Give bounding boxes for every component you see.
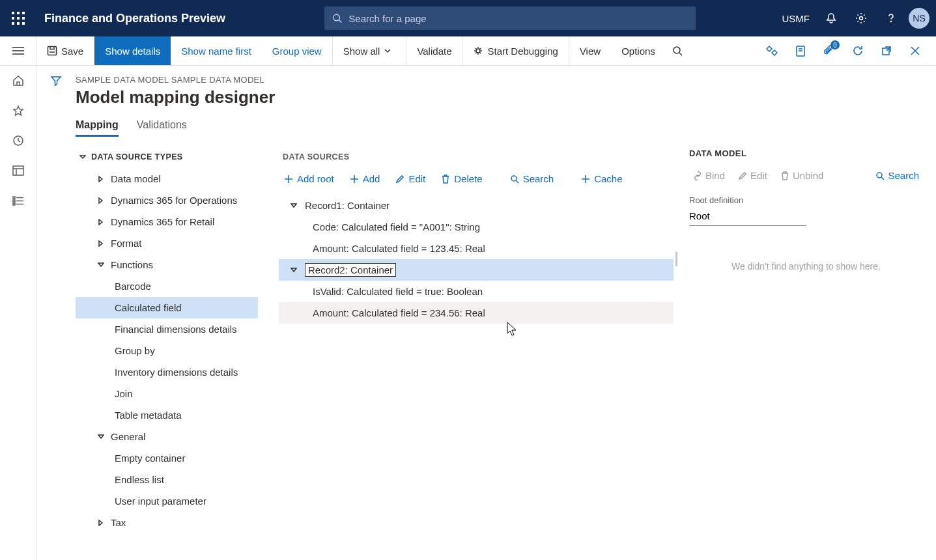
tree-item-fin-dim[interactable]: Financial dimensions details: [76, 318, 258, 340]
tree-item-empty-container[interactable]: Empty container: [76, 447, 258, 469]
show-name-first-button[interactable]: Show name first: [171, 36, 262, 65]
search-icon: [875, 171, 885, 180]
tab-mapping[interactable]: Mapping: [76, 119, 119, 137]
close-button[interactable]: [902, 36, 928, 65]
caret-right-icon: [98, 219, 104, 225]
filter-button[interactable]: [50, 75, 62, 560]
edit-button[interactable]: Edit: [390, 169, 431, 188]
tree-item-calculated-field[interactable]: Calculated field: [76, 297, 258, 318]
help-button[interactable]: [876, 0, 906, 36]
view-menu[interactable]: View: [569, 36, 611, 65]
tree-item-endless-list[interactable]: Endless list: [76, 469, 258, 490]
nav-favorites[interactable]: [0, 96, 36, 126]
caret-down-icon: [98, 434, 104, 440]
plus-icon: [581, 175, 590, 184]
show-details-button[interactable]: Show details: [94, 36, 171, 65]
global-search[interactable]: [324, 7, 696, 30]
ds-record1[interactable]: Record1: Container: [279, 195, 674, 216]
data-model-toolbar: Bind Edit Unbind Search: [689, 167, 923, 184]
open-in-new-button[interactable]: [787, 36, 814, 65]
refresh-button[interactable]: [845, 36, 871, 65]
tree-item-group-by[interactable]: Group by: [76, 340, 258, 361]
search-icon: [332, 13, 342, 23]
close-icon: [911, 46, 920, 55]
tree-item-user-input[interactable]: User input parameter: [76, 490, 258, 512]
caret-right-icon: [98, 520, 104, 526]
start-debugging-button[interactable]: Start Debugging: [462, 36, 569, 65]
show-all-dropdown[interactable]: Show all: [333, 36, 407, 65]
hamburger-icon: [12, 46, 24, 55]
ds-record1-amount[interactable]: Amount: Calculated field = 123.45: Real: [279, 238, 674, 259]
plus-icon: [284, 175, 293, 184]
tree-item-format[interactable]: Format: [76, 232, 258, 254]
home-icon: [12, 75, 24, 87]
ds-record2-amount[interactable]: Amount: Calculated field = 234.56: Real: [279, 302, 674, 324]
panel-data-sources: DATA SOURCES Add root Add Edit Delete Se…: [258, 148, 679, 560]
root-definition-input[interactable]: [689, 206, 806, 226]
tree-item-functions[interactable]: Functions: [76, 254, 258, 275]
topbar: Finance and Operations Preview USMF NS: [0, 0, 936, 36]
star-icon: [12, 105, 24, 117]
settings-button[interactable]: [846, 0, 876, 36]
options-menu[interactable]: Options: [611, 36, 666, 65]
dm-search-button[interactable]: Search: [872, 167, 923, 184]
attachments-button[interactable]: 0: [816, 36, 842, 65]
tree-item-tax[interactable]: Tax: [76, 512, 258, 533]
tree-item-table-meta[interactable]: Table metadata: [76, 404, 258, 426]
help-icon: [885, 12, 897, 24]
svg-line-30: [516, 180, 518, 183]
svg-point-33: [877, 173, 882, 178]
tree-item-barcode[interactable]: Barcode: [76, 275, 258, 297]
add-root-button[interactable]: Add root: [279, 169, 339, 188]
svg-rect-21: [13, 203, 15, 205]
tree-item-join[interactable]: Join: [76, 383, 258, 404]
validate-button[interactable]: Validate: [406, 36, 462, 65]
tree-item-inv-dim[interactable]: Inventory dimensions details: [76, 361, 258, 383]
tree-item-d365-ops[interactable]: Dynamics 365 for Operations: [76, 189, 258, 211]
svg-rect-7: [48, 47, 57, 55]
splitter-handle[interactable]: [674, 195, 679, 324]
search-ds-button[interactable]: Search: [505, 169, 560, 188]
page-title: Model mapping designer: [76, 87, 936, 107]
company-selector[interactable]: USMF: [776, 0, 817, 36]
nav-menu-button[interactable]: [0, 36, 36, 65]
ds-record1-code[interactable]: Code: Calculated field = "A001": String: [279, 216, 674, 238]
svg-line-34: [881, 177, 884, 180]
action-bar: Save Show details Show name first Group …: [36, 36, 936, 65]
chevron-down-icon: [384, 47, 391, 55]
tree-item-data-model[interactable]: Data model: [76, 168, 258, 189]
svg-point-0: [333, 14, 340, 21]
cache-button[interactable]: Cache: [576, 169, 627, 188]
add-button[interactable]: Add: [345, 169, 386, 188]
ds-record2-isvalid[interactable]: IsValid: Calculated field = true: Boolea…: [279, 281, 674, 302]
tree-item-general[interactable]: General: [76, 426, 258, 447]
tab-validations[interactable]: Validations: [137, 119, 187, 137]
data-model-header: DATA MODEL: [689, 148, 923, 158]
global-search-input[interactable]: [348, 13, 688, 24]
dm-edit-button: Edit: [734, 167, 771, 184]
filter-icon: [50, 75, 62, 87]
debug-icon: [473, 46, 483, 56]
bind-button: Bind: [689, 167, 729, 184]
delete-button[interactable]: Delete: [436, 169, 487, 188]
notifications-button[interactable]: [816, 0, 846, 36]
group-view-button[interactable]: Group view: [262, 36, 333, 65]
nav-home[interactable]: [0, 66, 36, 96]
app-title: Finance and Operations Preview: [36, 12, 233, 25]
find-button[interactable]: [666, 36, 693, 65]
save-button[interactable]: Save: [36, 36, 94, 65]
nav-modules[interactable]: [0, 186, 36, 216]
related-info-button[interactable]: [759, 36, 785, 65]
ds-record2[interactable]: Record2: Container: [279, 259, 674, 281]
data-source-types-header[interactable]: DATA SOURCE TYPES: [76, 148, 258, 168]
tree-item-d365-retail[interactable]: Dynamics 365 for Retail: [76, 211, 258, 232]
nav-workspaces[interactable]: [0, 156, 36, 186]
popout-icon: [881, 46, 892, 56]
panels: DATA SOURCE TYPES Data model Dynamics 36…: [76, 148, 936, 560]
nav-recent[interactable]: [0, 126, 36, 156]
attach-count-badge: 0: [830, 40, 840, 49]
popout-button[interactable]: [873, 36, 900, 65]
caret-right-icon: [98, 240, 104, 247]
user-avatar[interactable]: NS: [909, 8, 929, 29]
app-launcher-button[interactable]: [0, 12, 36, 25]
